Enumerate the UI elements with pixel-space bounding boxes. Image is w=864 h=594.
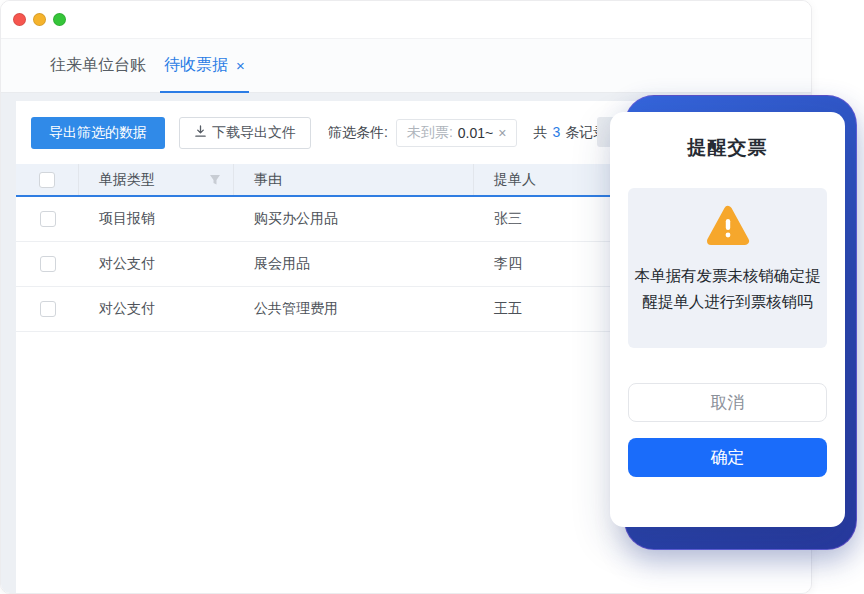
filter-tag: 未到票: 0.01~ × xyxy=(396,119,518,147)
header-submitter-label: 提单人 xyxy=(494,171,536,189)
tab-label: 往来单位台账 xyxy=(50,55,146,76)
remind-invoice-dialog: 提醒交票 本单据有发票未核销确定提 醒提单人进行到票核销吗 取消 确定 xyxy=(610,112,845,527)
select-all-checkbox[interactable] xyxy=(39,172,55,188)
cell-reason: 公共管理费用 xyxy=(234,300,474,318)
cell-doc-type: 对公支付 xyxy=(79,255,234,273)
cancel-button[interactable]: 取消 xyxy=(628,383,827,422)
dialog-title: 提醒交票 xyxy=(628,112,827,161)
dialog-message-panel: 本单据有发票未核销确定提 醒提单人进行到票核销吗 xyxy=(628,188,827,348)
minimize-window-button[interactable] xyxy=(33,13,46,26)
dialog-message: 本单据有发票未核销确定提 醒提单人进行到票核销吗 xyxy=(628,263,827,315)
filter-tag-close-icon[interactable]: × xyxy=(498,125,506,141)
header-doc-type: 单据类型 xyxy=(79,164,234,195)
tab-counterparty-ledger[interactable]: 往来单位台账 xyxy=(46,39,150,92)
tab-close-icon[interactable]: × xyxy=(236,57,245,74)
dialog-message-line: 本单据有发票未核销确定提 xyxy=(628,263,827,289)
tab-pending-invoices[interactable]: 待收票据 × xyxy=(160,39,249,92)
title-bar xyxy=(1,1,811,38)
download-button-label: 下载导出文件 xyxy=(212,124,296,142)
filter-funnel-icon[interactable] xyxy=(209,174,221,186)
filter-tag-value: 0.01~ xyxy=(458,125,493,141)
download-export-file-button[interactable]: 下载导出文件 xyxy=(179,117,311,149)
header-reason: 事由 xyxy=(234,164,474,195)
record-count-prefix: 共 xyxy=(533,124,547,142)
warning-icon xyxy=(705,205,751,251)
header-doc-type-label: 单据类型 xyxy=(99,171,155,189)
zoom-window-button[interactable] xyxy=(53,13,66,26)
export-filtered-data-button[interactable]: 导出筛选的数据 xyxy=(31,117,165,149)
download-icon xyxy=(194,125,207,141)
record-count-number: 3 xyxy=(552,124,560,142)
tab-label: 待收票据 xyxy=(164,55,228,76)
confirm-button[interactable]: 确定 xyxy=(628,438,827,477)
row-checkbox[interactable] xyxy=(40,211,56,227)
dialog-message-line: 醒提单人进行到票核销吗 xyxy=(628,289,827,315)
tab-bar: 往来单位台账 待收票据 × xyxy=(1,38,811,93)
close-window-button[interactable] xyxy=(13,13,26,26)
row-checkbox[interactable] xyxy=(40,301,56,317)
row-checkbox[interactable] xyxy=(40,256,56,272)
cell-reason: 展会用品 xyxy=(234,255,474,273)
cell-doc-type: 对公支付 xyxy=(79,300,234,318)
header-reason-label: 事由 xyxy=(254,171,282,189)
filter-tag-name: 未到票: xyxy=(407,124,453,142)
header-select-all-cell xyxy=(16,164,79,195)
cell-doc-type: 项目报销 xyxy=(79,210,234,228)
filter-conditions-label: 筛选条件: xyxy=(328,124,388,142)
cell-reason: 购买办公用品 xyxy=(234,210,474,228)
